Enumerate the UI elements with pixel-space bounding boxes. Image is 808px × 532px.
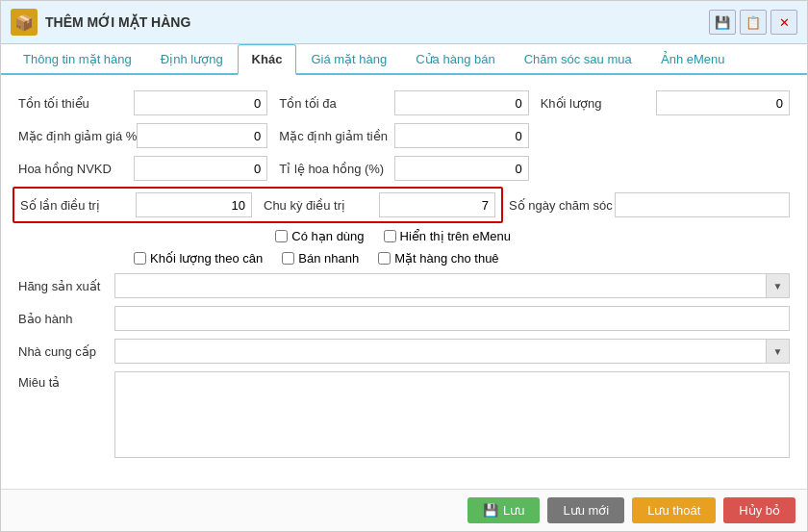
huy-bo-button[interactable]: Hủy bỏ [723,497,795,523]
chu-ky-dieu-tri-input-wrap [379,192,495,217]
mac-dinh-giam-tien-label: Mặc định giảm tiền [279,129,394,143]
co-han-dung-label: Có hạn dùng [291,229,364,243]
ton-toi-da-input-wrap [394,90,528,115]
checkbox-group2: Khối lượng theo cân Bán nhanh Mặt hàng c… [134,251,499,266]
ton-toi-da-label: Tồn tối đa [279,96,394,111]
so-lan-dieu-tri-group: Số lần điều trị [14,189,258,221]
ban-nhanh-checkbox[interactable] [282,252,294,265]
hoa-hong-nvkd-group: Hoa hồng NVKD [13,152,273,185]
hien-thi-emenu-checkbox[interactable] [384,230,396,242]
chu-ky-dieu-tri-label: Chu kỳ điều trị [264,198,379,213]
tab-bar: Thông tin mặt hàng Định lượng Khác Giá m… [1,44,807,75]
empty-col-2 [535,152,795,185]
tab-cuahangban[interactable]: Cửa hàng bán [401,44,509,75]
mieu-ta-textarea[interactable] [114,371,790,458]
so-lan-dieu-tri-input[interactable] [136,192,252,217]
hang-san-xuat-group: Hãng sản xuất ▼ [13,269,795,302]
ton-toi-thieu-input-wrap [134,90,267,115]
hang-san-xuat-input[interactable] [115,274,766,297]
mac-dinh-giam-gia-input[interactable] [137,123,267,148]
footer: 💾 Lưu Lưu mới Lưu thoát Hủy bỏ [1,489,807,531]
luu-icon: 💾 [483,503,498,518]
hoa-hong-nvkd-label: Hoa hồng NVKD [18,162,134,176]
luu-moi-button[interactable]: Lưu mới [547,497,624,523]
window-title: THÊM MỚI MẶT HÀNG [45,14,190,30]
tab-dinhluong[interactable]: Định lượng [146,44,238,75]
mac-dinh-giam-tien-input-wrap [394,123,528,148]
ton-toi-thieu-input[interactable] [134,90,267,115]
mac-dinh-giam-gia-label: Mặc định giảm giá % [18,129,137,143]
ton-toi-thieu-label: Tồn tối thiểu [18,96,134,111]
tab-thongtin[interactable]: Thông tin mặt hàng [9,44,146,75]
bao-hanh-group: Bảo hành [13,302,795,335]
hang-san-xuat-label: Hãng sản xuất [18,279,114,293]
window-icon: 📦 [11,9,38,36]
chu-ky-dieu-tri-input[interactable] [379,192,495,217]
luu-moi-label: Lưu mới [563,503,609,518]
hang-san-xuat-dropdown-btn[interactable]: ▼ [766,274,789,297]
checkboxes-row2: Khối lượng theo cân Bán nhanh Mặt hàng c… [128,247,795,269]
chu-ky-dieu-tri-group: Chu kỳ điều trị [258,189,501,221]
khoi-luong-group: Khối lượng [535,87,795,119]
hang-san-xuat-input-wrap: ▼ [114,273,790,298]
nha-cung-cap-group: Nhà cung cấp ▼ [13,335,795,367]
mac-dinh-giam-gia-group: Mặc định giảm giá % [13,119,273,152]
mat-hang-cho-thue-text: Mặt hàng cho thuê [394,251,498,266]
hoa-hong-nvkd-input[interactable] [134,156,267,181]
luu-label: Lưu [503,503,524,518]
row-giam: Mặc định giảm giá % Mặc định giảm tiền [13,119,795,152]
title-left: 📦 THÊM MỚI MẶT HÀNG [11,9,190,36]
highlighted-row: Số lần điều trị Chu kỳ điều trị [13,187,503,223]
tab-giamathang[interactable]: Giá mặt hàng [296,44,401,75]
bao-hanh-input[interactable] [114,306,790,331]
hien-thi-emenu-checkbox-label[interactable]: Hiển thị trên eMenu [384,229,511,243]
mac-dinh-giam-tien-group: Mặc định giảm tiền [273,119,534,152]
co-han-dung-checkbox-label[interactable]: Có hạn dùng [275,229,364,243]
mieu-ta-group: Miêu tả [13,367,795,462]
title-bar: 📦 THÊM MỚI MẶT HÀNG 💾 📋 ✕ [1,1,807,44]
luu-button[interactable]: 💾 Lưu [467,497,540,523]
ti-le-hoa-hong-input-wrap [394,156,528,181]
mat-hang-cho-thue-label[interactable]: Mặt hàng cho thuê [378,251,498,266]
checkbox-group1: Có hạn dùng Hiển thị trên eMenu [275,229,532,243]
mieu-ta-label: Miêu tả [18,371,114,458]
tab-khac[interactable]: Khác [238,44,297,75]
mac-dinh-giam-tien-input[interactable] [394,123,528,148]
close-button[interactable]: ✕ [770,10,797,35]
hien-thi-emenu-label: Hiển thị trên eMenu [400,229,511,243]
row-ton: Tồn tối thiểu Tồn tối đa Khối lượng [13,87,795,119]
khoi-luong-theo-can-label[interactable]: Khối lượng theo cân [134,251,263,266]
form-content: Tồn tối thiểu Tồn tối đa Khối lượng [1,75,807,489]
so-ngay-cham-soc-input[interactable] [615,192,790,217]
luu-thoat-label: Lưu thoát [647,503,700,518]
ti-le-hoa-hong-input[interactable] [394,156,528,181]
so-lan-dieu-tri-label: Số lần điều trị [20,198,136,213]
khoi-luong-label: Khối lượng [541,96,656,111]
main-window: 📦 THÊM MỚI MẶT HÀNG 💾 📋 ✕ Thông tin mặt … [0,0,808,532]
tab-anhemenu[interactable]: Ảnh eMenu [646,44,740,75]
save-icon-button[interactable]: 💾 [709,10,736,35]
tab-chamsoc[interactable]: Chăm sóc sau mua [510,44,646,75]
khoi-luong-theo-can-text: Khối lượng theo cân [150,251,263,266]
title-buttons: 💾 📋 ✕ [709,10,797,35]
nha-cung-cap-input[interactable] [115,340,766,363]
ban-nhanh-label[interactable]: Bán nhanh [282,251,359,266]
huy-bo-label: Hủy bỏ [739,503,780,518]
row-dieutri-container: Số lần điều trị Chu kỳ điều trị Số ngày … [13,187,795,223]
ton-toi-da-group: Tồn tối đa [273,87,534,119]
khoi-luong-input-wrap [656,90,790,115]
copy-icon-button[interactable]: 📋 [740,10,767,35]
ban-nhanh-text: Bán nhanh [298,251,359,266]
mat-hang-cho-thue-checkbox[interactable] [378,252,391,265]
bao-hanh-label: Bảo hành [18,312,114,326]
khoi-luong-theo-can-checkbox[interactable] [134,252,146,265]
so-ngay-cham-soc-label: Số ngày chăm sóc [509,198,615,213]
co-han-dung-checkbox[interactable] [275,230,288,242]
luu-thoat-button[interactable]: Lưu thoát [632,497,716,523]
mac-dinh-giam-gia-input-wrap [137,123,267,148]
nha-cung-cap-dropdown-btn[interactable]: ▼ [766,340,789,363]
ti-le-hoa-hong-group: Tỉ lệ hoa hồng (%) [273,152,534,185]
so-ngay-cham-soc-group: Số ngày chăm sóc [503,189,795,221]
khoi-luong-input[interactable] [656,90,790,115]
ton-toi-da-input[interactable] [394,90,528,115]
